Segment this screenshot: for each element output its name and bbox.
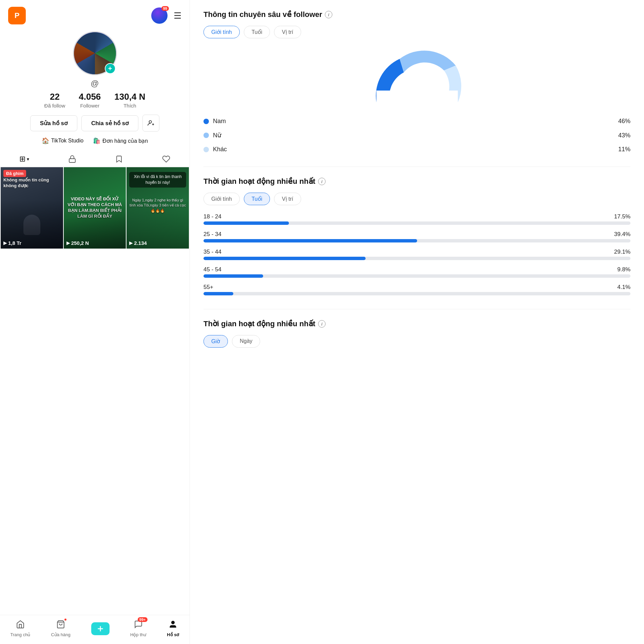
activity-header-2: Thời gian hoạt động nhiều nhất i: [203, 319, 630, 328]
filter-tab-gender[interactable]: Giới tính: [203, 26, 240, 38]
svg-point-7: [172, 621, 175, 624]
gender-chart: [203, 46, 630, 108]
tab-saved[interactable]: [115, 155, 123, 163]
age-row-35-44: 35 - 44 29.1%: [203, 249, 630, 260]
links-row: 🏠 TikTok Studio 🛍️ Đơn hàng của bạn: [42, 137, 148, 144]
legend-khac: Khác 11%: [203, 146, 630, 153]
activity-tab-location[interactable]: Vị trí: [274, 193, 301, 205]
nav-shop[interactable]: Cửa hàng: [51, 620, 71, 637]
action-buttons: Sửa hồ sơ Chia sẻ hồ sơ: [30, 115, 159, 132]
avatar-add-button[interactable]: +: [105, 63, 116, 74]
svg-point-0: [149, 121, 152, 123]
activity-filter-tabs: Giới tính Tuổi Vị trí: [203, 193, 630, 205]
video-thumb-2[interactable]: VIDEO NÀY SẼ ĐỐI XỬ VỚI BẠN THEO CÁCH MÀ…: [64, 167, 126, 249]
svg-rect-3: [69, 159, 75, 162]
activity-tab-gender[interactable]: Giới tính: [203, 193, 240, 205]
gender-legend: Nam 46% Nữ 43% Khác 11%: [203, 118, 630, 153]
orders-link[interactable]: 🛍️ Đơn hàng của bạn: [93, 137, 148, 144]
age-row-45-54: 45 - 54 9.8%: [203, 266, 630, 278]
menu-icon[interactable]: ☰: [174, 11, 181, 21]
video-grid: Đã ghim Không muốn tin cũng không được ▶…: [0, 167, 190, 615]
video-2-count: ▶ 250,2 N: [66, 240, 123, 246]
tab-liked[interactable]: [162, 155, 170, 163]
nav-inbox[interactable]: 99+ Hộp thư: [130, 620, 146, 637]
left-panel: P 99 ☰ + @ 22 Đã follow: [0, 0, 190, 644]
info-icon-follower[interactable]: i: [325, 11, 332, 18]
stat-following: 22 Đã follow: [44, 92, 65, 109]
legend-nam: Nam 46%: [203, 118, 630, 125]
right-panel: Thông tin chuyên sâu về follower i Giới …: [190, 0, 644, 644]
stat-followers: 4.056 Follower: [79, 92, 101, 109]
time-tab-day[interactable]: Ngày: [232, 335, 260, 348]
nav-home[interactable]: Trang chủ: [11, 620, 31, 637]
video-thumb-1[interactable]: Đã ghim Không muốn tin cũng không được ▶…: [1, 167, 63, 249]
filter-tab-location[interactable]: Vị trí: [274, 26, 301, 38]
legend-nu: Nữ 43%: [203, 132, 630, 139]
follower-info-header: Thông tin chuyên sâu về follower i: [203, 10, 630, 19]
svg-rect-8: [376, 91, 458, 104]
add-friend-button[interactable]: [142, 115, 159, 132]
age-row-55plus: 55+ 4.1%: [203, 284, 630, 295]
divider-1: [203, 167, 630, 167]
info-icon-activity-1[interactable]: i: [318, 178, 326, 185]
notification-badge: 99: [161, 6, 169, 11]
follower-filter-tabs: Giới tính Tuổi Vị trí: [203, 26, 630, 38]
premium-badge[interactable]: P: [8, 7, 26, 24]
video-3-count: ▶ 2.134: [129, 240, 186, 246]
top-bar-right: 99 ☰: [151, 7, 181, 24]
content-tabs: ⊞ ▾: [0, 149, 190, 167]
tab-grid[interactable]: ⊞ ▾: [19, 155, 29, 163]
bottom-nav: Trang chủ Cửa hàng: [0, 615, 190, 644]
activity-header-1: Thời gian hoạt động nhiều nhất i: [203, 177, 630, 186]
tiktok-studio-link[interactable]: 🏠 TikTok Studio: [42, 137, 83, 144]
video-1-count: ▶ 1,8 Tr: [3, 240, 60, 246]
tab-private[interactable]: [68, 155, 76, 163]
activity-tab-age[interactable]: Tuổi: [244, 193, 270, 205]
age-row-25-34: 25 - 34 39.4%: [203, 231, 630, 242]
time-tab-hour[interactable]: Giờ: [203, 335, 228, 348]
avatar-top[interactable]: 99: [151, 7, 168, 24]
avatar-container: +: [73, 31, 117, 75]
video-thumb-3[interactable]: Xin lỗi vì đã k tin âm thanh huyền bí nà…: [126, 167, 189, 249]
at-symbol: @: [91, 79, 99, 88]
top-bar: P 99 ☰: [0, 0, 190, 28]
age-row-18-24: 18 - 24 17.5%: [203, 213, 630, 225]
stat-likes: 130,4 N Thích: [114, 92, 145, 109]
profile-section: + @ 22 Đã follow 4.056 Follower 130,4 N …: [0, 28, 190, 144]
share-profile-button[interactable]: Chia sẻ hồ sơ: [81, 115, 138, 131]
nav-profile[interactable]: Hồ sơ: [167, 620, 179, 637]
time-filter-tabs: Giờ Ngày: [203, 335, 630, 348]
info-icon-activity-2[interactable]: i: [318, 320, 326, 328]
edit-profile-button[interactable]: Sửa hồ sơ: [30, 115, 77, 131]
filter-tab-age[interactable]: Tuổi: [244, 26, 270, 38]
divider-2: [203, 309, 630, 309]
age-bars: 18 - 24 17.5% 25 - 34 39.4% 35 - 44 29.1…: [203, 213, 630, 295]
nav-create[interactable]: [91, 622, 110, 635]
stats-row: 22 Đã follow 4.056 Follower 130,4 N Thíc…: [44, 92, 145, 109]
activity-section-2: Thời gian hoạt động nhiều nhất i Giờ Ngà…: [203, 319, 630, 348]
